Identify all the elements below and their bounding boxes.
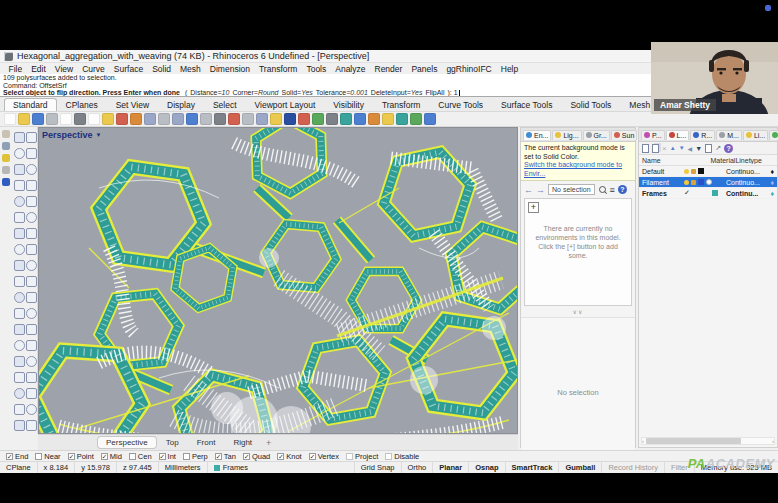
new-sublayer-icon[interactable] [652,144,659,153]
tool-icon[interactable] [24,290,36,305]
menu-surface[interactable]: Surface [109,64,147,74]
container-icon[interactable] [2,130,10,138]
tool-icon[interactable] [24,178,36,193]
pan-icon[interactable] [130,113,142,125]
tool-icon[interactable] [24,130,36,145]
osnap-knot[interactable]: ✓Knot [277,452,301,461]
command-typed-input[interactable]: 1 [454,89,458,96]
tab-layers[interactable]: L... [666,130,690,140]
checkbox[interactable]: ✓ [243,453,250,460]
tab-help[interactable]: H... [769,130,778,140]
units-field[interactable]: Millimeters [159,462,208,473]
paste-alt-icon[interactable] [102,113,114,125]
tab-standard[interactable]: Standard [4,98,57,111]
tool-icon[interactable] [12,290,24,305]
tool-icon[interactable] [24,354,36,369]
option-flipall[interactable]: FlipAll [425,89,444,96]
tab-lighting[interactable]: Lig... [552,130,581,140]
tab-sun[interactable]: Sun [611,130,637,140]
tab-libraries[interactable]: Li... [743,130,768,140]
option-deleteinput[interactable]: DeleteInput=Yes [371,89,423,96]
properties-icon[interactable] [284,113,296,125]
new-file-icon[interactable] [4,113,16,125]
checkbox[interactable]: ✓ [277,453,284,460]
tab-environment[interactable]: En... [523,130,551,140]
add-viewport-icon[interactable]: + [262,438,275,448]
paste-icon[interactable] [88,113,100,125]
tab-curve-tools[interactable]: Curve Tools [429,98,492,111]
option-tolerance[interactable]: Tolerance=0.001 [316,89,368,96]
copy-icon[interactable] [60,113,72,125]
checkbox[interactable]: ✓ [101,453,108,460]
move-down-icon[interactable]: ▼ [679,145,685,151]
option-corner[interactable]: Corner=Round [232,89,278,96]
toggle-smarttrack[interactable]: SmartTrack [506,462,560,473]
tab-ground-plane[interactable]: Gr... [583,130,610,140]
checkbox[interactable] [183,453,190,460]
menu-transform[interactable]: Transform [254,64,301,74]
tool-icon[interactable] [12,178,24,193]
tool-icon[interactable] [24,338,36,353]
tool-icon[interactable] [24,258,36,273]
tab-cplanes[interactable]: CPlanes [57,98,107,111]
option-distance[interactable]: Distance=10 [190,89,229,96]
tab-set-view[interactable]: Set View [107,98,158,111]
menu-tools[interactable]: Tools [302,64,331,74]
collapse-chevrons-icon[interactable]: ∨∨ [521,306,635,317]
toggle-ortho[interactable]: Ortho [402,462,434,473]
current-layer-field[interactable]: Frames [208,462,355,473]
menu-view[interactable]: View [50,64,77,74]
menu-solid[interactable]: Solid [148,64,176,74]
checkbox[interactable]: ✓ [215,453,222,460]
tool-icon[interactable] [24,146,36,161]
sun-icon[interactable] [396,113,408,125]
tool-icon[interactable] [24,194,36,209]
help-icon[interactable]: ? [618,185,627,194]
tool-icon[interactable] [24,386,36,401]
viewport-tab-perspective[interactable]: Perspective [98,437,156,448]
tool-icon[interactable] [12,146,24,161]
osnap-near[interactable]: Near [35,452,60,461]
help-ball-icon[interactable] [424,113,436,125]
container-icon[interactable] [2,142,10,150]
move-up-icon[interactable]: ▲ [670,145,676,151]
layer-lock-icon[interactable] [691,169,696,174]
tool-icon[interactable] [24,210,36,225]
zoom-window-icon[interactable] [172,113,184,125]
xray-icon[interactable] [354,113,366,125]
shaded-icon[interactable] [326,113,338,125]
tab-surface-tools[interactable]: Surface Tools [492,98,561,111]
tab-display[interactable]: Display [158,98,204,111]
checkbox[interactable] [35,453,42,460]
move-left-icon[interactable]: ◀ [688,145,693,152]
tool-icon[interactable] [24,306,36,321]
menu-file[interactable]: File [4,64,27,74]
lamp-icon[interactable] [270,113,282,125]
container-icon[interactable] [2,166,10,174]
layers-help-icon[interactable]: ? [724,144,733,153]
osnap-cen[interactable]: Cen [129,452,152,461]
tool-icon[interactable] [12,258,24,273]
viewport-dropdown-icon[interactable]: ▼ [96,132,102,138]
forward-arrow-icon[interactable]: → [536,186,545,194]
menu-help[interactable]: Help [496,64,522,74]
menu-edit[interactable]: Edit [27,64,51,74]
toggle-osnap[interactable]: Osnap [469,462,505,473]
tool-icon[interactable] [12,210,24,225]
undo-icon[interactable] [116,113,128,125]
scroll-right-icon[interactable]: › [772,438,774,444]
menu-analyze[interactable]: Analyze [331,64,370,74]
layers-horizontal-scrollbar[interactable]: ‹ › [641,437,775,445]
tool-icon[interactable] [24,226,36,241]
zoom-selected-icon[interactable] [186,113,198,125]
checkbox[interactable] [129,453,136,460]
zoom-extents-icon[interactable] [144,113,156,125]
cplane-button[interactable]: CPlane [0,462,38,473]
rotate-view-icon[interactable] [200,113,212,125]
toggle-planar[interactable]: Planar [433,462,469,473]
tool-icon[interactable] [12,306,24,321]
render-preview-icon[interactable] [312,113,324,125]
tool-icon[interactable] [24,242,36,257]
switch-background-link[interactable]: Switch the background mode to Envir... [524,161,622,177]
osnap-int[interactable]: ✓Int [159,452,176,461]
